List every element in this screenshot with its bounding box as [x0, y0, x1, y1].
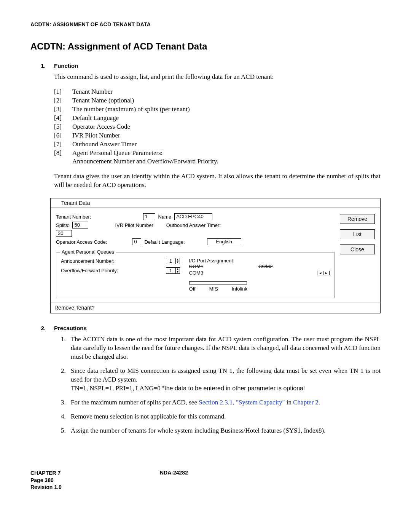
com3-label: COM3 [189, 270, 204, 276]
operator-access-label: Operator Access Code: [56, 239, 107, 245]
tenant-data-dialog-wrap: Tenant Data Tenant Number: 1 Name ACD FP… [50, 198, 381, 313]
list-item: 1. The ACDTN data is one of the most imp… [61, 335, 381, 361]
dialog-title: Tenant Data [51, 198, 380, 208]
section-label: Function [54, 62, 78, 69]
page-title: ACDTN: Assignment of ACD Tenant Data [30, 41, 381, 52]
function-list: [1]Tenant Number [2]Tenant Name (optiona… [54, 88, 381, 166]
off-label: Off [189, 286, 196, 292]
com2-label: COM2 [258, 264, 273, 269]
running-header: ACDTN: ASSIGNMENT OF ACD TENANT DATA [30, 21, 381, 27]
section-label: Precautions [54, 325, 87, 331]
chapter-link[interactable]: Chapter 2 [293, 399, 319, 406]
com1-label: COM1 [189, 264, 204, 269]
default-language-field[interactable]: English [207, 238, 241, 245]
splits-label: Splits: [56, 222, 69, 228]
remove-button[interactable]: Remove [340, 214, 375, 224]
precautions-list: 1. The ACDTN data is one of the most imp… [61, 335, 381, 435]
section-number: 1. [30, 62, 54, 69]
tenant-number-field[interactable]: 1 [143, 213, 155, 220]
overflow-priority-stepper[interactable]: 1 ▲▼ [166, 267, 180, 274]
list-item: 2. Since data related to MIS connection … [61, 367, 381, 393]
function-body: This command is used to assign, list, an… [54, 73, 381, 190]
operator-access-field[interactable]: 0 [132, 238, 141, 245]
close-button[interactable]: Close [340, 244, 375, 254]
thirty-field[interactable]: 30 [56, 230, 72, 237]
list-item: [7]Outbound Answer Timer [54, 140, 381, 149]
list-item: [8]Agent Personal Queue Parameters: [54, 149, 381, 158]
infolink-label: Infolink [232, 286, 247, 292]
footer-revision: Revision 1.0 [30, 484, 160, 491]
list-item: Announcement Number and Overflow/Forward… [54, 157, 381, 166]
list-item: 5. Assign the number of tenants for whol… [61, 427, 381, 435]
name-label: Name [158, 214, 172, 220]
splits-field[interactable]: 50 [72, 222, 88, 228]
section-2-heading: 2. Precautions [30, 325, 381, 331]
list-item: [3]The number (maximum) of splits (per t… [54, 105, 381, 114]
default-language-label: Default Language: [144, 239, 185, 245]
footer-page: Page 380 [30, 477, 160, 484]
group-legend: Agent Personal Queues [60, 249, 116, 255]
list-button[interactable]: List [340, 229, 375, 239]
list-item: [1]Tenant Number [54, 88, 381, 96]
outbound-timer-label: Outbound Answer Timer: [166, 222, 221, 228]
name-field[interactable]: ACD FPC40 [174, 213, 212, 220]
agent-personal-queues-group: Agent Personal Queues Announcement Numbe… [56, 252, 335, 298]
list-item: 4. Remove menu selection is not applicab… [61, 412, 381, 421]
ivr-pilot-label: IVR Pilot Number [115, 222, 153, 228]
spinner-arrows-icon[interactable]: ▲▼ [176, 258, 180, 264]
list-item: [4]Default Language [54, 114, 381, 123]
list-item: 3. For the maximum number of splits per … [61, 398, 381, 407]
dialog-status: Remove Tenant? [51, 302, 380, 313]
page-footer: CHAPTER 7 Page 380 Revision 1.0 NDA-2428… [30, 470, 381, 491]
left-right-arrows-icon[interactable]: ◄► [317, 271, 330, 275]
section-1-heading: 1. Function [30, 62, 381, 69]
spinner-arrows-icon[interactable]: ▲▼ [176, 267, 180, 274]
closing-paragraph: Tenant data gives the user an identity w… [54, 172, 381, 190]
mis-label: MIS [209, 286, 218, 292]
overflow-priority-label: Overflow/Forward Priority: [61, 268, 118, 273]
intro-paragraph: This command is used to assign, list, an… [54, 73, 381, 81]
section-number: 2. [30, 325, 54, 331]
io-port-label: I/O Port Assignment: [189, 258, 330, 264]
announcement-number-stepper[interactable]: 1 ▲▼ [166, 258, 180, 264]
tenant-number-label: Tenant Number: [56, 214, 91, 220]
announcement-number-label: Announcement Number: [61, 258, 115, 264]
footer-doc-id: NDA-24282 [160, 470, 188, 491]
io-slider[interactable] [189, 281, 247, 284]
footer-chapter: CHAPTER 7 [30, 470, 160, 477]
section-link[interactable]: Section 2.3.1, "System Capacity" [199, 399, 285, 406]
tenant-data-dialog: Tenant Data Tenant Number: 1 Name ACD FP… [50, 198, 381, 313]
document-page: ACDTN: ASSIGNMENT OF ACD TENANT DATA ACD… [0, 0, 411, 506]
list-item: [2]Tenant Name (optional) [54, 96, 381, 105]
list-item: [5]Operator Access Code [54, 123, 381, 131]
list-item: [6]IVR Pilot Number [54, 131, 381, 140]
